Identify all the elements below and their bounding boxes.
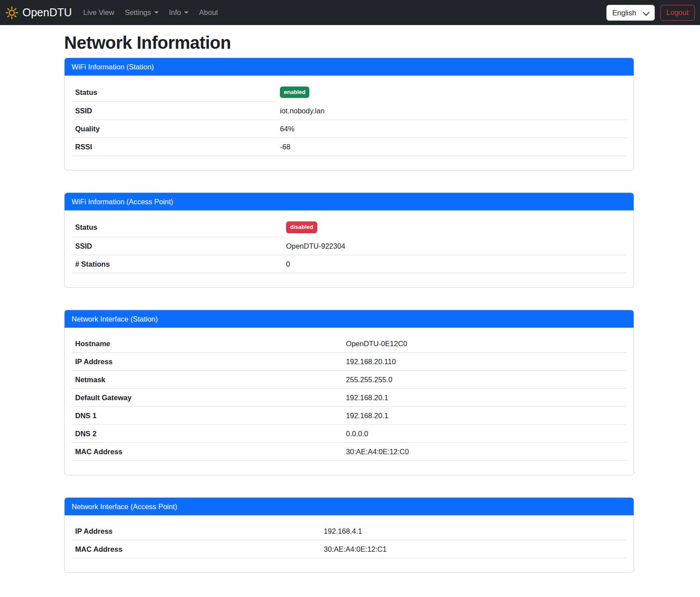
table-row-netmask: Netmask255.255.255.0 — [72, 370, 627, 388]
table-row-dns-2: DNS 20.0.0.0 — [72, 424, 627, 442]
row-value: 0.0.0.0 — [342, 424, 627, 442]
nav-item-settings[interactable]: Settings — [121, 5, 162, 20]
card-body: StatusenabledSSIDiot.nobody.lanQuality64… — [65, 76, 634, 170]
row-label: Default Gateway — [72, 388, 342, 406]
row-value: OpenDTU-922304 — [283, 237, 627, 255]
card-header: WiFi Information (Access Point) — [65, 193, 634, 210]
card-body: StatusdisabledSSIDOpenDTU-922304# Statio… — [65, 210, 634, 287]
row-label: Quality — [72, 120, 276, 138]
table-row-default-gateway: Default Gateway192.168.20.1 — [72, 388, 627, 406]
row-value: OpenDTU-0E12C0 — [342, 335, 627, 353]
row-label: Status — [72, 83, 276, 102]
cards: WiFi Information (Station)StatusenabledS… — [64, 58, 634, 573]
table-row-status: Statusdisabled — [72, 217, 627, 237]
nav-item-about[interactable]: About — [196, 5, 221, 20]
logout-button[interactable]: Logout — [660, 5, 695, 21]
row-value: 192.168.4.1 — [320, 522, 627, 540]
row-value: -68 — [276, 138, 627, 156]
row-value: 192.168.20.110 — [342, 352, 627, 370]
row-value: 192.168.20.1 — [342, 388, 627, 406]
table-row-mac-address: MAC Address30:AE:A4:0E:12:C0 — [72, 442, 627, 460]
row-label: RSSI — [72, 138, 276, 156]
caret-down-icon — [154, 11, 159, 14]
brand-label: OpenDTU — [22, 6, 72, 19]
nav-links: Live View Settings Info About — [78, 5, 224, 20]
row-label: Netmask — [72, 370, 342, 388]
row-label: MAC Address — [72, 442, 342, 460]
table-row-dns-1: DNS 1192.168.20.1 — [72, 406, 627, 424]
card-header: WiFi Information (Station) — [65, 58, 634, 76]
row-value: 64% — [276, 120, 627, 138]
row-label: IP Address — [72, 352, 342, 370]
card-body: IP Address192.168.4.1MAC Address30:AE:A4… — [65, 515, 634, 572]
row-value: 0 — [283, 255, 627, 273]
table-row-status: Statusenabled — [72, 83, 627, 102]
page-title: Network Information — [64, 32, 634, 53]
row-label: SSID — [72, 102, 276, 120]
sun-icon — [5, 6, 18, 19]
nav-item-label: Live View — [83, 8, 114, 17]
table-row-rssi: RSSI-68 — [72, 138, 627, 156]
table-row-ssid: SSIDOpenDTU-922304 — [72, 237, 627, 255]
table-row-quality: Quality64% — [72, 120, 627, 138]
row-value: 30:AE:A4:0E:12:C1 — [320, 540, 627, 558]
row-label: Hostname — [72, 335, 342, 353]
card-header: Network Interface (Access Point) — [65, 498, 634, 515]
card-wifi-information-access-point: WiFi Information (Access Point)Statusdis… — [64, 192, 634, 287]
row-value: 255.255.255.0 — [342, 370, 627, 388]
nav-item-label: About — [199, 8, 218, 17]
table-row-hostname: HostnameOpenDTU-0E12C0 — [72, 335, 627, 353]
status-badge: disabled — [286, 221, 317, 233]
nav-item-label: Settings — [125, 8, 151, 17]
language-select-wrap: English — [606, 5, 655, 21]
row-label: Status — [72, 217, 283, 237]
row-label: DNS 1 — [72, 406, 342, 424]
row-label: DNS 2 — [72, 424, 342, 442]
card-body: HostnameOpenDTU-0E12C0IP Address192.168.… — [65, 328, 634, 475]
table-row-ip-address: IP Address192.168.4.1 — [72, 522, 627, 540]
brand-link[interactable]: OpenDTU — [5, 6, 72, 19]
info-table: StatusenabledSSIDiot.nobody.lanQuality64… — [72, 83, 627, 156]
row-value: 192.168.20.1 — [342, 406, 627, 424]
row-label: IP Address — [72, 522, 320, 540]
info-table: HostnameOpenDTU-0E12C0IP Address192.168.… — [72, 335, 627, 461]
card-wifi-information-station: WiFi Information (Station)StatusenabledS… — [64, 58, 634, 170]
row-value: disabled — [283, 217, 627, 237]
table-row-stations: # Stations0 — [72, 255, 627, 273]
navbar-right: English Logout — [606, 5, 695, 21]
table-row-mac-address: MAC Address30:AE:A4:0E:12:C1 — [72, 540, 627, 558]
row-value: enabled — [276, 83, 627, 102]
info-table: IP Address192.168.4.1MAC Address30:AE:A4… — [72, 522, 627, 558]
card-network-interface-station: Network Interface (Station)HostnameOpenD… — [64, 310, 634, 475]
row-value: iot.nobody.lan — [276, 102, 627, 120]
table-row-ip-address: IP Address192.168.20.110 — [72, 352, 627, 370]
card-network-interface-access-point: Network Interface (Access Point)IP Addre… — [64, 497, 634, 573]
info-table: StatusdisabledSSIDOpenDTU-922304# Statio… — [72, 217, 627, 273]
table-row-ssid: SSIDiot.nobody.lan — [72, 102, 627, 120]
main-content: Network Information WiFi Information (St… — [64, 32, 634, 573]
caret-down-icon — [184, 11, 189, 14]
nav-item-info[interactable]: Info — [166, 5, 192, 20]
card-header: Network Interface (Station) — [65, 310, 634, 328]
nav-item-live-view[interactable]: Live View — [80, 5, 118, 20]
row-label: # Stations — [72, 255, 283, 273]
row-label: SSID — [72, 237, 283, 255]
row-label: MAC Address — [72, 540, 320, 558]
nav-item-label: Info — [169, 8, 181, 17]
status-badge: enabled — [280, 87, 309, 98]
navbar: OpenDTU Live View Settings Info About En… — [0, 0, 700, 25]
row-value: 30:AE:A4:0E:12:C0 — [342, 442, 627, 460]
language-select[interactable]: English — [606, 5, 655, 21]
